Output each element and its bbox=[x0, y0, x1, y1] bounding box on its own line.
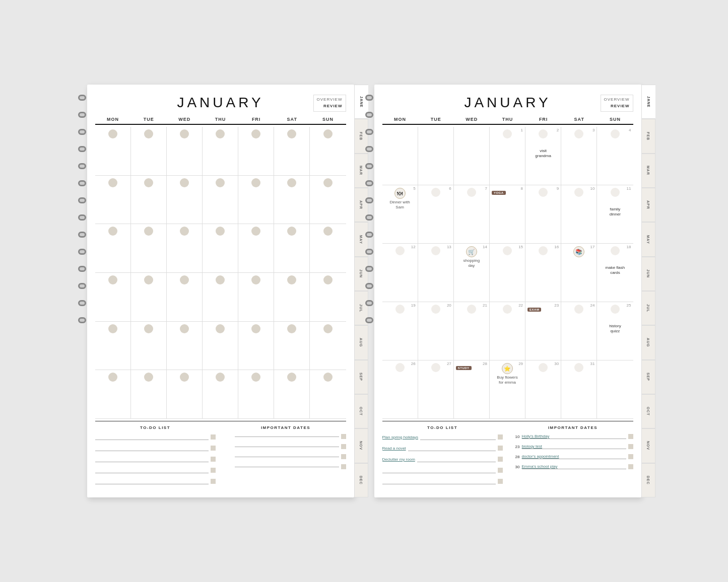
tab-nov[interactable]: NOV bbox=[354, 428, 368, 463]
tab-oct[interactable]: OCT bbox=[641, 394, 655, 428]
tab-dec[interactable]: DEC bbox=[354, 463, 368, 497]
important-item[interactable]: 30Emma's school play bbox=[513, 464, 633, 469]
calendar-cell[interactable]: 29⭐Buy flowers for emma bbox=[490, 360, 525, 418]
tab-dec[interactable]: DEC bbox=[641, 463, 655, 497]
important-item[interactable] bbox=[226, 434, 346, 439]
tab-feb[interactable]: FEB bbox=[641, 119, 655, 153]
tab-mar[interactable]: MAR bbox=[641, 154, 655, 188]
calendar-cell[interactable]: 15 bbox=[490, 244, 525, 302]
important-checkbox[interactable] bbox=[341, 444, 346, 449]
calendar-cell[interactable]: 30 bbox=[525, 360, 561, 418]
calendar-cell[interactable] bbox=[131, 224, 167, 272]
calendar-cell[interactable] bbox=[238, 127, 274, 175]
calendar-cell[interactable] bbox=[167, 370, 203, 418]
tab-sep[interactable]: SEP bbox=[354, 360, 368, 394]
calendar-cell[interactable]: 24 bbox=[561, 302, 597, 360]
calendar-cell[interactable] bbox=[310, 127, 346, 175]
important-checkbox[interactable] bbox=[341, 464, 346, 469]
calendar-cell[interactable] bbox=[238, 273, 274, 321]
todo-checkbox[interactable] bbox=[498, 446, 503, 451]
calendar-cell[interactable]: 8YOGA bbox=[490, 185, 525, 243]
calendar-cell[interactable]: 16 bbox=[525, 244, 561, 302]
tab-oct[interactable]: OCT bbox=[354, 394, 368, 428]
calendar-cell[interactable]: 23EXAM bbox=[525, 302, 561, 360]
important-checkbox[interactable] bbox=[628, 444, 633, 449]
todo-checkbox[interactable] bbox=[211, 468, 216, 473]
calendar-cell[interactable] bbox=[274, 176, 310, 224]
todo-item[interactable] bbox=[95, 445, 216, 451]
calendar-cell[interactable] bbox=[597, 360, 633, 418]
tab-nov[interactable]: NOV bbox=[641, 428, 655, 463]
calendar-cell[interactable] bbox=[203, 370, 238, 418]
calendar-cell[interactable] bbox=[167, 176, 203, 224]
calendar-cell[interactable] bbox=[203, 176, 238, 224]
important-item[interactable]: 23biology test bbox=[513, 444, 633, 449]
calendar-cell[interactable]: 14🛒shopping day bbox=[454, 244, 490, 302]
calendar-cell[interactable]: 5🍽Dinner with Sam bbox=[382, 185, 418, 243]
calendar-cell[interactable] bbox=[310, 370, 346, 418]
nav-review[interactable]: REVIEW bbox=[323, 103, 343, 110]
calendar-cell[interactable]: 4 bbox=[597, 127, 633, 185]
calendar-cell[interactable] bbox=[238, 224, 274, 272]
calendar-cell[interactable]: 20 bbox=[418, 302, 454, 360]
todo-item[interactable]: Declutter my room bbox=[382, 456, 503, 462]
calendar-cell[interactable]: 25history quizz bbox=[597, 302, 633, 360]
calendar-cell[interactable]: 7 bbox=[454, 185, 490, 243]
important-item[interactable]: 28doctor's appointment bbox=[513, 454, 633, 459]
calendar-cell[interactable]: 26 bbox=[382, 360, 418, 418]
calendar-cell[interactable] bbox=[238, 370, 274, 418]
calendar-cell[interactable] bbox=[131, 370, 167, 418]
calendar-cell[interactable]: 12 bbox=[382, 244, 418, 302]
calendar-cell[interactable] bbox=[167, 224, 203, 272]
calendar-cell[interactable]: 13 bbox=[418, 244, 454, 302]
tab-jul[interactable]: JUL bbox=[641, 291, 655, 325]
calendar-cell[interactable] bbox=[418, 127, 454, 185]
important-checkbox[interactable] bbox=[628, 434, 633, 439]
important-item[interactable] bbox=[226, 464, 346, 469]
important-checkbox[interactable] bbox=[341, 434, 346, 439]
todo-item[interactable] bbox=[95, 467, 216, 473]
todo-item[interactable] bbox=[95, 478, 216, 484]
calendar-cell[interactable] bbox=[203, 224, 238, 272]
important-checkbox[interactable] bbox=[341, 454, 346, 459]
tab-apr[interactable]: APR bbox=[641, 188, 655, 222]
calendar-cell[interactable]: 21 bbox=[454, 302, 490, 360]
calendar-cell[interactable] bbox=[310, 176, 346, 224]
todo-item[interactable] bbox=[382, 467, 503, 473]
tab-jun[interactable]: JUN bbox=[641, 257, 655, 291]
calendar-cell[interactable] bbox=[274, 322, 310, 370]
calendar-cell[interactable] bbox=[95, 322, 131, 370]
calendar-cell[interactable] bbox=[203, 273, 238, 321]
calendar-cell[interactable] bbox=[382, 127, 418, 185]
calendar-cell[interactable]: 1 bbox=[490, 127, 525, 185]
todo-item[interactable]: Plan spring holidays bbox=[382, 434, 503, 440]
todo-checkbox[interactable] bbox=[498, 468, 503, 473]
calendar-cell[interactable] bbox=[95, 224, 131, 272]
todo-checkbox[interactable] bbox=[211, 479, 216, 484]
todo-item[interactable] bbox=[95, 434, 216, 440]
calendar-cell[interactable] bbox=[274, 370, 310, 418]
todo-checkbox[interactable] bbox=[498, 457, 503, 462]
calendar-cell[interactable] bbox=[310, 273, 346, 321]
important-item[interactable] bbox=[226, 454, 346, 459]
calendar-cell[interactable] bbox=[310, 224, 346, 272]
calendar-cell[interactable]: 10 bbox=[561, 185, 597, 243]
calendar-cell[interactable] bbox=[131, 322, 167, 370]
calendar-cell[interactable] bbox=[310, 322, 346, 370]
tab-aug[interactable]: AUG bbox=[641, 325, 655, 359]
todo-checkbox[interactable] bbox=[498, 479, 503, 484]
calendar-cell[interactable] bbox=[167, 273, 203, 321]
todo-checkbox[interactable] bbox=[211, 434, 216, 440]
calendar-cell[interactable]: 3 bbox=[561, 127, 597, 185]
calendar-cell[interactable]: 6 bbox=[418, 185, 454, 243]
calendar-cell[interactable]: 31 bbox=[561, 360, 597, 418]
todo-checkbox[interactable] bbox=[498, 434, 503, 440]
todo-checkbox[interactable] bbox=[211, 457, 216, 462]
important-item[interactable] bbox=[226, 444, 346, 449]
nav-review[interactable]: REVIEW bbox=[611, 103, 630, 110]
calendar-cell[interactable]: 2visit grandma bbox=[525, 127, 561, 185]
calendar-cell[interactable]: 22 bbox=[490, 302, 525, 360]
calendar-cell[interactable] bbox=[95, 176, 131, 224]
important-item[interactable]: 10Holly's Birthday bbox=[513, 434, 633, 439]
calendar-cell[interactable] bbox=[131, 176, 167, 224]
